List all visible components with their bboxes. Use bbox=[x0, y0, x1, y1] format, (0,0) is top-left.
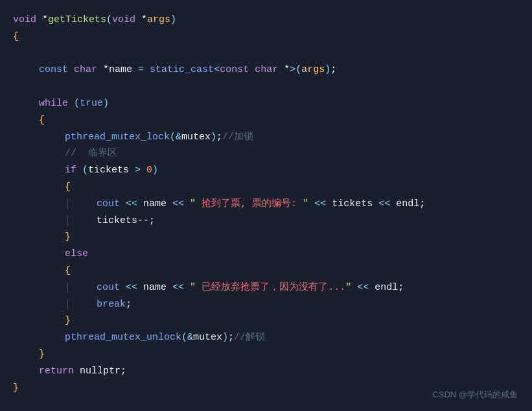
keyword-while: while bbox=[39, 98, 68, 109]
code-line-7: { bbox=[13, 112, 519, 129]
keyword-return: return bbox=[39, 366, 74, 377]
code-line-19: } bbox=[13, 312, 519, 329]
code-line-16: { bbox=[13, 263, 519, 279]
code-line-13: │tickets--; bbox=[13, 213, 519, 229]
fn-cout1: cout bbox=[97, 198, 120, 209]
code-line-10: if (tickets > 0) bbox=[13, 162, 519, 179]
fn-static-cast: static_cast bbox=[150, 64, 214, 75]
comment-unlock: //解锁 bbox=[234, 332, 265, 343]
keyword-break: break bbox=[97, 299, 126, 310]
code-line-1: void *getTickets(void *args) bbox=[13, 12, 519, 29]
keyword-else: else bbox=[65, 248, 88, 259]
keyword-if: if bbox=[65, 165, 76, 176]
code-line-8: pthread_mutex_lock(&mutex);//加锁 bbox=[13, 129, 519, 146]
watermark: CSDN @学代码的咸鱼 bbox=[432, 388, 518, 402]
param-args: args bbox=[147, 14, 170, 25]
fn-mutex-lock: pthread_mutex_lock bbox=[65, 132, 170, 143]
keyword-true: true bbox=[80, 98, 103, 109]
code-line-11: { bbox=[13, 179, 519, 196]
keyword-char2: char bbox=[255, 64, 278, 75]
keyword-const: const bbox=[39, 64, 68, 75]
code-line-18: │break; bbox=[13, 296, 519, 313]
comment-lock: //加锁 bbox=[222, 132, 253, 143]
code-line-2: { bbox=[13, 29, 519, 45]
code-line-5 bbox=[13, 78, 519, 95]
keyword-const2: const bbox=[220, 64, 249, 75]
code-line-9: // 临界区 bbox=[13, 145, 519, 162]
comment-critical: // 临界区 bbox=[65, 148, 117, 159]
code-block: void *getTickets(void *args) { const cha… bbox=[0, 0, 532, 411]
code-line-3 bbox=[13, 45, 519, 62]
code-line-21: } bbox=[13, 346, 519, 363]
keyword-void: void bbox=[13, 14, 36, 25]
code-line-4: const char *name = static_cast<const cha… bbox=[13, 62, 519, 78]
code-line-14: } bbox=[13, 229, 519, 246]
keyword-char: char bbox=[74, 64, 97, 75]
keyword-void2: void bbox=[112, 14, 135, 25]
str-grabbed: " bbox=[190, 198, 196, 209]
code-line-20: pthread_mutex_unlock(&mutex);//解锁 bbox=[13, 329, 519, 346]
cn-gave-up-text: 已经放弃抢票了，因为没有了... bbox=[196, 282, 345, 293]
function-name: getTickets bbox=[48, 14, 106, 25]
code-line-12: │cout << name << " 抢到了票, 票的编号: " << tick… bbox=[13, 196, 519, 213]
number-zero: 0 bbox=[146, 165, 152, 176]
code-line-15: else bbox=[13, 246, 519, 263]
param-args2: args bbox=[301, 64, 325, 75]
code-line-22: return nullptr; bbox=[13, 363, 519, 380]
code-line-6: while (true) bbox=[13, 95, 519, 112]
cn-grabbed-text: 抢到了票, 票的编号: bbox=[196, 198, 303, 209]
code-line-17: │cout << name << " 已经放弃抢票了，因为没有了..." << … bbox=[13, 279, 519, 296]
fn-mutex-unlock: pthread_mutex_unlock bbox=[65, 332, 181, 343]
fn-cout2: cout bbox=[97, 282, 120, 293]
